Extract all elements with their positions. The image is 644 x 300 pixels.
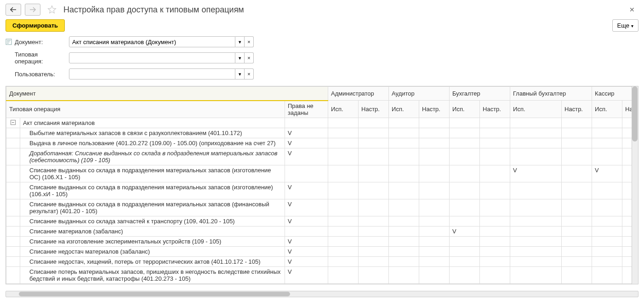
right-cell[interactable] <box>592 216 622 226</box>
right-cell[interactable] <box>328 284 359 284</box>
nav-forward-button[interactable] <box>25 4 40 16</box>
header-norights[interactable]: Права не заданы <box>285 101 328 118</box>
right-cell[interactable] <box>419 257 450 267</box>
right-cell[interactable] <box>328 226 359 237</box>
filter-operation-dropdown[interactable]: ▾ <box>235 52 245 63</box>
header-chief-set[interactable]: Настр. <box>562 101 592 118</box>
right-cell[interactable] <box>592 182 622 199</box>
right-cell[interactable] <box>592 247 622 257</box>
right-cell[interactable] <box>510 148 562 165</box>
right-cell[interactable] <box>359 138 389 148</box>
right-cell[interactable] <box>450 148 480 165</box>
header-role-admin[interactable]: Администратор <box>328 87 389 101</box>
group-row[interactable]: − Акт списания материалов <box>6 118 632 128</box>
right-cell[interactable] <box>480 284 510 284</box>
right-cell[interactable] <box>480 237 510 247</box>
right-cell[interactable] <box>328 165 359 182</box>
more-button[interactable]: Еще▾ <box>612 19 638 32</box>
right-cell[interactable] <box>562 237 592 247</box>
right-cell[interactable] <box>562 165 592 182</box>
right-cell[interactable] <box>450 237 480 247</box>
right-cell[interactable] <box>562 247 592 257</box>
filter-operation-clear[interactable]: × <box>245 52 254 63</box>
right-cell[interactable]: V <box>592 165 622 182</box>
nav-back-button[interactable] <box>6 4 21 16</box>
header-document[interactable]: Документ <box>6 87 328 101</box>
header-cash-use[interactable]: Исп. <box>592 101 622 118</box>
right-cell[interactable] <box>510 216 562 226</box>
table-row[interactable]: Списание недостач, хищений, потерь от те… <box>6 257 632 267</box>
right-cell[interactable] <box>592 267 622 284</box>
right-cell[interactable] <box>328 138 359 148</box>
header-admin-set[interactable]: Настр. <box>359 101 389 118</box>
right-cell[interactable] <box>592 257 622 267</box>
right-cell[interactable] <box>480 257 510 267</box>
right-cell[interactable] <box>419 284 450 284</box>
table-row[interactable]: Доработанная: Списание выданных со склад… <box>6 148 632 165</box>
header-acc-set[interactable]: Настр. <box>480 101 510 118</box>
right-cell[interactable] <box>389 216 419 226</box>
right-cell[interactable] <box>419 226 450 237</box>
filter-operation-input[interactable] <box>69 52 235 63</box>
right-cell[interactable] <box>480 182 510 199</box>
right-cell[interactable] <box>359 226 389 237</box>
right-cell[interactable] <box>510 226 562 237</box>
right-cell[interactable] <box>450 138 480 148</box>
right-cell[interactable] <box>389 199 419 216</box>
right-cell[interactable] <box>562 148 592 165</box>
right-cell[interactable] <box>480 148 510 165</box>
right-cell[interactable] <box>622 257 632 267</box>
table-row[interactable]: Списание выданных со склада в подразделе… <box>6 199 632 216</box>
right-cell[interactable] <box>328 257 359 267</box>
favorite-star-icon[interactable] <box>47 5 57 15</box>
right-cell[interactable] <box>480 216 510 226</box>
right-cell[interactable] <box>622 138 632 148</box>
right-cell[interactable] <box>359 165 389 182</box>
right-cell[interactable] <box>419 247 450 257</box>
right-cell[interactable] <box>510 199 562 216</box>
right-cell[interactable] <box>389 267 419 284</box>
header-auditor-set[interactable]: Настр. <box>419 101 450 118</box>
right-cell[interactable] <box>480 165 510 182</box>
norights-cell[interactable]: V <box>285 267 328 284</box>
norights-cell[interactable]: V <box>285 257 328 267</box>
right-cell[interactable] <box>480 247 510 257</box>
right-cell[interactable] <box>419 267 450 284</box>
right-cell[interactable] <box>389 138 419 148</box>
right-cell[interactable] <box>622 199 632 216</box>
right-cell[interactable] <box>622 226 632 237</box>
right-cell[interactable] <box>419 148 450 165</box>
right-cell[interactable] <box>450 247 480 257</box>
right-cell[interactable] <box>622 247 632 257</box>
right-cell[interactable] <box>510 257 562 267</box>
filter-document-clear[interactable]: × <box>245 36 254 47</box>
filter-user-dropdown[interactable]: ▾ <box>235 68 245 79</box>
right-cell[interactable] <box>328 216 359 226</box>
right-cell[interactable] <box>480 128 510 138</box>
header-role-auditor[interactable]: Аудитор <box>389 87 450 101</box>
right-cell[interactable] <box>562 226 592 237</box>
norights-cell[interactable]: V <box>285 237 328 247</box>
right-cell[interactable] <box>419 237 450 247</box>
filter-document-input[interactable] <box>69 36 235 47</box>
right-cell[interactable] <box>359 237 389 247</box>
right-cell[interactable] <box>450 165 480 182</box>
right-cell[interactable] <box>480 199 510 216</box>
right-cell[interactable] <box>592 226 622 237</box>
right-cell[interactable] <box>622 182 632 199</box>
right-cell[interactable] <box>359 247 389 257</box>
norights-cell[interactable]: V <box>285 148 328 165</box>
right-cell[interactable] <box>480 138 510 148</box>
right-cell[interactable] <box>562 267 592 284</box>
right-cell[interactable] <box>592 237 622 247</box>
right-cell[interactable] <box>450 216 480 226</box>
right-cell[interactable]: V <box>510 165 562 182</box>
table-row[interactable]: Списание выданных со склада в подразделе… <box>6 165 632 182</box>
right-cell[interactable] <box>419 199 450 216</box>
right-cell[interactable] <box>592 148 622 165</box>
form-button[interactable]: Сформировать <box>6 19 65 32</box>
table-row[interactable]: Списание материалов (забаланс)V <box>6 226 632 237</box>
table-row[interactable]: Списание на изготовление экспериментальн… <box>6 237 632 247</box>
right-cell[interactable] <box>389 182 419 199</box>
right-cell[interactable] <box>622 165 632 182</box>
